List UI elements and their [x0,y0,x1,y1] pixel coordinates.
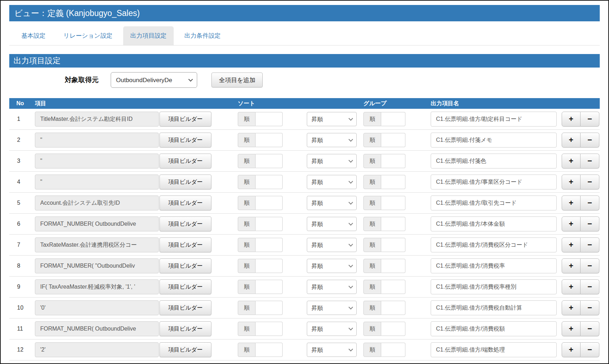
remove-row-button[interactable]: − [581,154,599,168]
output-name-input[interactable] [431,237,557,252]
item-builder-button[interactable]: 項目ビルダー [159,216,211,231]
remove-row-button[interactable]: − [581,133,599,148]
sort-direction-select[interactable]: 昇順 [307,259,357,273]
add-row-button[interactable]: + [562,321,581,336]
sort-direction-select[interactable]: 昇順 [307,343,357,357]
item-builder-button[interactable]: 項目ビルダー [159,175,211,189]
sort-order-input[interactable] [256,154,283,168]
item-builder-button[interactable]: 項目ビルダー [159,112,211,127]
group-order-input[interactable] [381,217,405,231]
add-row-button[interactable]: + [562,258,581,273]
item-builder-button[interactable]: 項目ビルダー [159,133,211,148]
remove-row-button[interactable]: − [581,258,599,273]
sort-direction-select[interactable]: 昇順 [307,322,357,336]
remove-row-button[interactable]: − [581,112,599,127]
add-row-button[interactable]: + [562,133,581,148]
sort-direction-select[interactable]: 昇順 [307,280,357,294]
group-order-input[interactable] [381,343,405,357]
sort-direction-select[interactable]: 昇順 [307,133,357,147]
item-expression-input[interactable] [35,258,159,273]
output-name-input[interactable] [431,279,557,294]
add-row-button[interactable]: + [562,112,581,127]
group-order-input[interactable] [381,301,405,315]
add-row-button[interactable]: + [562,237,581,252]
output-name-input[interactable] [431,196,557,210]
item-expression-input[interactable] [35,175,159,189]
add-row-button[interactable]: + [562,175,581,189]
group-order-input[interactable] [381,259,405,273]
remove-row-button[interactable]: − [581,237,599,252]
sort-order-input[interactable] [256,259,283,273]
sort-direction-select[interactable]: 昇順 [307,217,357,231]
sort-direction-select[interactable]: 昇順 [307,196,357,210]
output-name-input[interactable] [431,154,557,168]
item-expression-input[interactable] [35,237,159,252]
add-row-button[interactable]: + [562,196,581,210]
output-name-input[interactable] [431,216,557,231]
group-order-input[interactable] [381,196,405,210]
item-expression-input[interactable] [35,300,159,315]
item-builder-button[interactable]: 項目ビルダー [159,196,211,210]
sort-order-input[interactable] [256,301,283,315]
item-builder-button[interactable]: 項目ビルダー [159,321,211,336]
tab-1[interactable]: リレーション設定 [56,26,120,45]
add-all-items-button[interactable]: 全項目を追加 [211,73,263,87]
remove-row-button[interactable]: − [581,175,599,189]
sort-order-input[interactable] [256,112,283,126]
item-expression-input[interactable] [35,321,159,336]
sort-order-input[interactable] [256,133,283,147]
sort-order-input[interactable] [256,322,283,336]
output-name-input[interactable] [431,342,557,357]
tab-3[interactable]: 出力条件設定 [177,26,228,45]
output-name-input[interactable] [431,321,557,336]
sort-direction-select[interactable]: 昇順 [307,238,357,252]
group-order-input[interactable] [381,154,405,168]
item-expression-input[interactable] [35,112,159,127]
item-builder-button[interactable]: 項目ビルダー [159,258,211,273]
sort-order-input[interactable] [256,238,283,252]
item-expression-input[interactable] [35,279,159,294]
group-order-input[interactable] [381,112,405,126]
output-name-input[interactable] [431,112,557,127]
tab-0[interactable]: 基本設定 [14,26,53,45]
item-expression-input[interactable] [35,342,159,357]
add-row-button[interactable]: + [562,279,581,294]
item-expression-input[interactable] [35,216,159,231]
item-expression-input[interactable] [35,154,159,168]
output-name-input[interactable] [431,300,557,315]
remove-row-button[interactable]: − [581,342,599,357]
item-builder-button[interactable]: 項目ビルダー [159,300,211,315]
remove-row-button[interactable]: − [581,216,599,231]
sort-order-input[interactable] [256,343,283,357]
item-expression-input[interactable] [35,196,159,210]
item-builder-button[interactable]: 項目ビルダー [159,237,211,252]
tab-2[interactable]: 出力項目設定 [123,26,174,45]
group-order-input[interactable] [381,175,405,189]
group-order-input[interactable] [381,133,405,147]
remove-row-button[interactable]: − [581,279,599,294]
sort-order-input[interactable] [256,280,283,294]
item-builder-button[interactable]: 項目ビルダー [159,154,211,168]
item-builder-button[interactable]: 項目ビルダー [159,279,211,294]
sort-direction-select[interactable]: 昇順 [307,112,357,126]
add-row-button[interactable]: + [562,300,581,315]
output-name-input[interactable] [431,258,557,273]
source-select[interactable]: OutboundDeliveryDe [111,72,197,88]
group-order-input[interactable] [381,322,405,336]
item-expression-input[interactable] [35,133,159,148]
sort-direction-select[interactable]: 昇順 [307,154,357,168]
add-row-button[interactable]: + [562,154,581,168]
output-name-input[interactable] [431,133,557,148]
add-row-button[interactable]: + [562,342,581,357]
group-order-input[interactable] [381,280,405,294]
output-name-input[interactable] [431,175,557,189]
remove-row-button[interactable]: − [581,300,599,315]
remove-row-button[interactable]: − [581,321,599,336]
sort-order-input[interactable] [256,196,283,210]
sort-direction-select[interactable]: 昇順 [307,301,357,315]
sort-order-input[interactable] [256,217,283,231]
sort-order-input[interactable] [256,175,283,189]
group-order-input[interactable] [381,238,405,252]
sort-direction-select[interactable]: 昇順 [307,175,357,189]
item-builder-button[interactable]: 項目ビルダー [159,342,211,357]
